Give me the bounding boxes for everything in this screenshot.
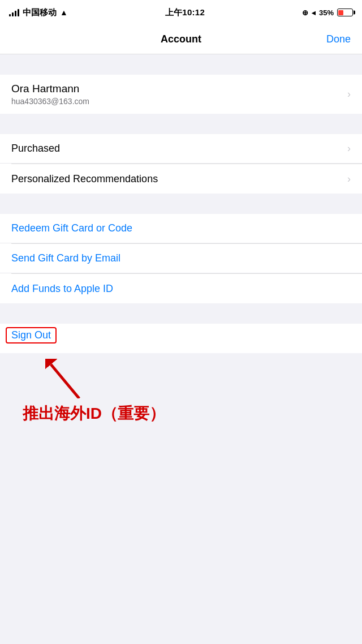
arrow-icon [45,359,90,398]
carrier-label: 中国移动 [23,7,57,18]
send-gift-label: Send Gift Card by Email [11,252,120,264]
status-left: 中国移动 ▲ [9,7,68,18]
purchased-chevron-icon: › [347,143,351,154]
bar4 [18,9,19,16]
recommendations-row[interactable]: Personalized Recommendations › [0,164,362,194]
annotation-area: 推出海外ID（重要） [0,353,362,436]
battery-icon [337,8,353,16]
redeem-label: Redeem Gift Card or Code [11,222,132,234]
user-row[interactable]: Ora Hartmann hua430363@163.com › [0,75,362,114]
signal-bars [9,8,19,16]
section-gap-3 [0,194,362,214]
redeem-row[interactable]: Redeem Gift Card or Code [0,214,362,243]
bar2 [12,12,14,16]
add-funds-row[interactable]: Add Funds to Apple ID [0,274,362,303]
signout-highlight-box: Sign Out [6,327,57,344]
battery-fill [338,10,343,15]
gps-icon: ◂ [312,8,316,17]
battery-percent: 35% [319,8,334,17]
user-chevron-icon: › [347,88,351,100]
recommendations-chevron-icon: › [347,173,351,185]
status-time: 上午10:12 [165,7,205,18]
add-funds-label: Add Funds to Apple ID [11,283,113,295]
list-section-2: Redeem Gift Card or Code Send Gift Card … [0,214,362,303]
list-section-1: Purchased › Personalized Recommendations… [0,134,362,194]
location-icon: ⊕ [302,8,308,17]
send-gift-row[interactable]: Send Gift Card by Email [0,244,362,273]
user-section: Ora Hartmann hua430363@163.com › [0,75,362,114]
annotation-text: 推出海外ID（重要） [23,403,165,424]
signout-section: Sign Out [0,324,362,353]
recommendations-label: Personalized Recommendations [11,173,158,185]
purchased-row[interactable]: Purchased › [0,134,362,164]
user-email: hua430363@163.com [11,97,89,106]
status-right: ⊕ ◂ 35% [302,8,353,17]
signout-row[interactable]: Sign Out [0,324,362,353]
section-gap-1 [0,54,362,75]
section-gap-4 [0,303,362,324]
status-bar: 中国移动 ▲ 上午10:12 ⊕ ◂ 35% [0,0,362,25]
done-button[interactable]: Done [326,33,351,45]
bar3 [15,11,16,16]
page-title: Account [161,33,201,45]
bar1 [9,14,11,16]
nav-bar: Account Done [0,25,362,54]
svg-line-1 [51,364,79,398]
user-info: Ora Hartmann hua430363@163.com [11,83,89,106]
purchased-label: Purchased [11,143,60,154]
section-gap-2 [0,114,362,134]
signout-label: Sign Out [11,329,51,341]
wifi-icon: ▲ [60,8,68,17]
user-name: Ora Hartmann [11,83,89,95]
